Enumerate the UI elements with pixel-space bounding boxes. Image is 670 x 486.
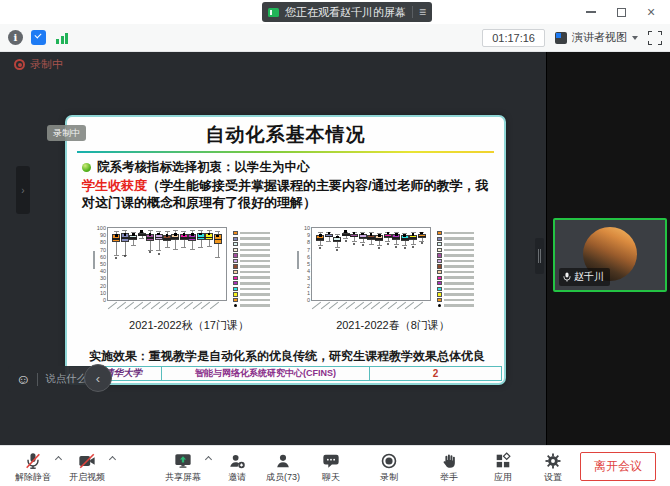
whisker-cap [139, 238, 144, 239]
title-bar: 您正在观看赵千川的屏幕 ≡ × [0, 0, 670, 24]
y-axis-tick: 8 [297, 239, 310, 245]
chat-button[interactable]: 聊天 [308, 448, 354, 484]
whisker-cap [411, 244, 416, 245]
share-options-chevron[interactable] [205, 456, 212, 463]
whisker-cap [156, 250, 161, 251]
y-axis-tick: 30 [93, 275, 106, 281]
start-video-button[interactable]: 开启视频 [64, 448, 110, 484]
recording-indicator: 录制中 [14, 57, 63, 72]
mean-marker [420, 232, 423, 235]
recording-indicator-label: 录制中 [30, 57, 63, 72]
box-plot-autumn: 0102030405060708090100 [91, 223, 287, 315]
whisker-cap [318, 245, 323, 246]
y-axis-tick: 70 [93, 247, 106, 253]
whisker-cap [165, 231, 170, 232]
y-axis-tick: 7 [297, 247, 310, 253]
outlier-dot [158, 253, 160, 255]
y-axis-tick: 50 [93, 261, 106, 267]
fullscreen-icon[interactable] [648, 31, 662, 45]
median-line [359, 237, 367, 239]
median-line [342, 234, 350, 236]
participant-video-tile[interactable]: 赵千川 [553, 218, 667, 292]
raise-hand-icon [440, 452, 458, 470]
legend-entry [233, 242, 283, 246]
chart-caption-right: 2021-2022春（8门课） [295, 318, 491, 333]
minimize-button[interactable] [576, 1, 606, 23]
median-line [401, 238, 409, 240]
median-line [316, 238, 324, 240]
whisker-cap [369, 244, 374, 245]
legend-entry [233, 298, 283, 302]
y-axis-tick: 0 [93, 297, 106, 303]
whisker-cap [335, 247, 340, 248]
whisker-cap [207, 230, 212, 231]
median-line [129, 237, 137, 239]
mic-options-chevron[interactable] [55, 456, 62, 463]
left-panel-toggle[interactable]: › [16, 166, 30, 214]
whisker-cap [394, 244, 399, 245]
raise-hand-button[interactable]: 举手 [426, 448, 472, 484]
whisker-cap [377, 245, 382, 246]
median-line [367, 237, 375, 239]
unmute-button[interactable]: 解除静音 [10, 448, 56, 484]
chart-caption-left: 2021-2022秋（17门课） [91, 318, 287, 333]
members-button[interactable]: 成员(73) [260, 448, 306, 484]
record-icon [380, 452, 398, 470]
emoji-icon[interactable]: ☺ [16, 372, 30, 386]
box-plot-spring: 012345678910 [295, 223, 491, 315]
y-axis-tick: 5 [297, 261, 310, 267]
meeting-info-icon[interactable]: i [8, 30, 23, 45]
maximize-button[interactable] [606, 1, 636, 23]
mean-marker [328, 232, 331, 235]
x-axis-tick-label [413, 302, 422, 310]
watching-banner-text: 您正在观看赵千川的屏幕 [285, 5, 406, 20]
settings-button[interactable]: 设置 [530, 448, 576, 484]
participant-name: 赵千川 [574, 270, 604, 284]
mean-marker [387, 232, 390, 235]
outlier-dot [345, 240, 347, 242]
security-shield-icon[interactable] [31, 30, 46, 45]
outlier-dot [124, 255, 126, 257]
median-line [350, 236, 358, 238]
mean-marker [361, 233, 364, 236]
plot-area: 0102030405060708090100 [107, 227, 227, 301]
outlier-dot [421, 242, 423, 244]
legend-entry [437, 276, 487, 280]
whisker-cap [215, 231, 220, 232]
median-line [325, 236, 333, 238]
legend-entry [437, 292, 487, 296]
outlier-dot [319, 247, 321, 249]
whisker-cap [165, 247, 170, 248]
mic-icon [563, 272, 571, 282]
view-mode-selector[interactable]: 演讲者视图 [555, 30, 638, 45]
chat-collapse-button[interactable]: ‹ [84, 364, 112, 392]
close-button[interactable]: × [636, 1, 666, 23]
mean-marker [319, 234, 322, 237]
banner-menu-icon[interactable]: ≡ [419, 6, 426, 18]
share-screen-button[interactable]: 共享屏幕 [160, 448, 206, 484]
median-line [418, 236, 426, 238]
mean-marker [132, 233, 135, 236]
share-screen-icon [174, 452, 192, 470]
whisker-cap [198, 247, 203, 248]
legend-entry [437, 248, 487, 252]
legend-entry [233, 231, 283, 235]
median-line [138, 234, 146, 236]
video-options-chevron[interactable] [109, 456, 116, 463]
invite-button[interactable]: 邀请 [214, 448, 260, 484]
invite-person-icon [228, 452, 246, 470]
median-line [409, 237, 417, 239]
maximize-icon [617, 8, 626, 17]
slide-paragraph: 学生收获度（学生能够接受并掌握课程的主要内容/通过老师的教学，我对这门课的概念和… [82, 177, 496, 211]
leave-meeting-button[interactable]: 离开会议 [580, 452, 656, 481]
mean-marker [395, 233, 398, 236]
record-button[interactable]: 录制 [366, 448, 412, 484]
sidebar-resize-handle[interactable] [535, 238, 544, 274]
whisker-cap [402, 245, 407, 246]
apps-button[interactable]: 应用 [480, 448, 526, 484]
divider [412, 6, 413, 18]
whisker-cap [181, 247, 186, 248]
legend-entry [437, 242, 487, 246]
whisker-cap [190, 230, 195, 231]
median-line [163, 238, 171, 240]
